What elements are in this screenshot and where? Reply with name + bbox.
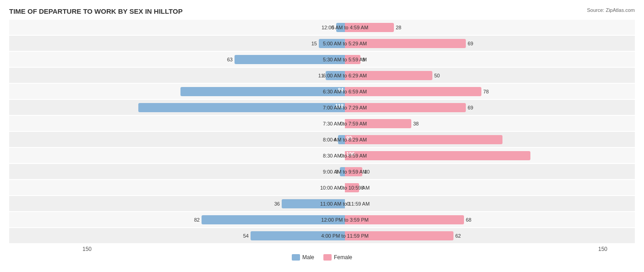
male-bar-wrap: 63: [82, 55, 345, 64]
bars-center: 36 11:00 AM to 11:59 AM 0: [82, 196, 607, 211]
female-value: 28: [396, 25, 401, 30]
male-bar: 94: [180, 87, 345, 96]
bars-center: 0 10:00 AM to 10:59 AM 8: [82, 180, 607, 195]
axis-right-value: 150: [598, 246, 607, 252]
female-bar: 90: [345, 135, 502, 144]
male-bar: [319, 39, 345, 48]
female-bar: [345, 23, 394, 32]
chart-row: 0 10:00 AM to 10:59 AM 8: [9, 180, 635, 195]
male-bar-wrap: 82: [82, 215, 345, 224]
male-bar: 118: [138, 103, 345, 112]
chart-row: 118 7:00 AM to 7:29 AM 69: [9, 100, 635, 115]
male-value: 82: [194, 217, 200, 223]
male-value: 5: [332, 25, 334, 30]
female-bar: [345, 87, 481, 96]
male-value: 63: [227, 57, 233, 62]
bars-center: 54 4:00 PM to 11:59 PM 62: [82, 228, 607, 243]
bars-center: 15 5:00 AM to 5:29 AM 69: [82, 36, 607, 51]
male-value-inside: 118: [335, 103, 344, 109]
bars-center: 11 6:00 AM to 6:29 AM 50: [82, 68, 607, 83]
male-value: 0: [340, 121, 343, 126]
female-bar: [345, 55, 360, 64]
female-bar: [345, 183, 359, 192]
male-value: 0: [340, 153, 343, 158]
chart-row: 11 6:00 AM to 6:29 AM 50: [9, 68, 635, 83]
source-text: Source: ZipAtlas.com: [587, 7, 635, 13]
male-bar: [235, 55, 345, 64]
chart-row: 0 7:30 AM to 7:59 AM 38: [9, 116, 635, 131]
legend-female: Female: [323, 254, 352, 261]
female-value: 0: [347, 201, 349, 207]
male-value: 0: [340, 185, 343, 190]
legend-male-label: Male: [302, 254, 314, 261]
chart-row: 0 8:30 AM to 8:59 AM 106: [9, 148, 635, 163]
male-bar-wrap: 5: [82, 23, 345, 32]
chart-row: 94 6:30 AM to 6:59 AM 78: [9, 84, 635, 99]
male-bar: [202, 215, 345, 224]
female-bar: [345, 231, 453, 240]
female-bar-wrap: 50: [345, 71, 607, 80]
male-bar-wrap: 3: [82, 167, 345, 176]
male-bar: [326, 71, 345, 80]
bars-center: 118 7:00 AM to 7:29 AM 69: [82, 100, 607, 115]
female-bar: [345, 103, 466, 112]
legend-female-label: Female: [334, 254, 352, 261]
female-bar-wrap: 0: [345, 199, 607, 208]
male-bar-wrap: 11: [82, 71, 345, 80]
bars-center: 5 12:00 AM to 4:59 AM 28: [82, 20, 607, 35]
male-bar-wrap: 118: [82, 103, 345, 112]
female-bar: [345, 167, 362, 176]
female-bar: [345, 215, 464, 224]
male-bar-wrap: 0: [82, 151, 345, 160]
female-bar: 106: [345, 151, 530, 160]
male-bar: [338, 135, 345, 144]
female-value: 69: [468, 41, 473, 46]
female-bar-wrap: 68: [345, 215, 607, 224]
male-value-inside: 94: [338, 87, 344, 92]
female-value: 9: [362, 57, 365, 62]
female-bar: [345, 39, 466, 48]
male-bar: [340, 167, 345, 176]
chart-row: 15 5:00 AM to 5:29 AM 69: [9, 36, 635, 51]
male-bar-wrap: 54: [82, 231, 345, 240]
male-bar: [282, 199, 345, 208]
male-bar-wrap: 94: [82, 87, 345, 96]
chart-title: TIME OF DEPARTURE TO WORK BY SEX IN HILL…: [9, 7, 635, 15]
female-bar-wrap: 90: [345, 135, 607, 144]
female-value: 50: [434, 73, 440, 78]
female-value: 62: [455, 233, 461, 239]
female-bar: [345, 119, 411, 128]
female-bar-wrap: 69: [345, 103, 607, 112]
female-value: 78: [483, 89, 489, 94]
chart-row: 36 11:00 AM to 11:59 AM 0: [9, 196, 635, 211]
male-bar: [251, 231, 345, 240]
bars-center: 82 12:00 PM to 3:59 PM 68: [82, 212, 607, 227]
male-value: 15: [311, 41, 317, 46]
female-bar-wrap: 28: [345, 23, 607, 32]
chart-row: 54 4:00 PM to 11:59 PM 62: [9, 228, 635, 243]
female-bar-wrap: 69: [345, 39, 607, 48]
bars-center: 3 9:00 AM to 9:59 AM 10: [82, 164, 607, 179]
legend: Male Female: [9, 254, 635, 261]
male-value: 3: [335, 169, 338, 174]
male-value: 4: [333, 137, 336, 142]
bars-center: 63 5:30 AM to 5:59 AM 9: [82, 52, 607, 67]
male-value: 54: [243, 233, 249, 239]
male-value: 11: [318, 73, 324, 78]
female-bar-wrap: 10: [345, 167, 607, 176]
female-bar-wrap: 38: [345, 119, 607, 128]
bars-center: 4 8:00 AM to 8:29 AM 90: [82, 132, 607, 147]
female-bar-wrap: 8: [345, 183, 607, 192]
bars-center: 0 8:30 AM to 8:59 AM 106: [82, 148, 607, 163]
chart-row: 63 5:30 AM to 5:59 AM 9: [9, 52, 635, 67]
legend-male: Male: [292, 254, 314, 261]
chart-row: 82 12:00 PM to 3:59 PM 68: [9, 212, 635, 227]
chart-row: 5 12:00 AM to 4:59 AM 28: [9, 20, 635, 35]
male-bar-wrap: 36: [82, 199, 345, 208]
axis-bottom: 150 150: [9, 246, 635, 252]
chart-row: 3 9:00 AM to 9:59 AM 10: [9, 164, 635, 179]
female-bar-wrap: 106: [345, 151, 607, 160]
female-bar-wrap: 78: [345, 87, 607, 96]
chart-row: 4 8:00 AM to 8:29 AM 90: [9, 132, 635, 147]
axis-left-value: 150: [82, 246, 105, 252]
